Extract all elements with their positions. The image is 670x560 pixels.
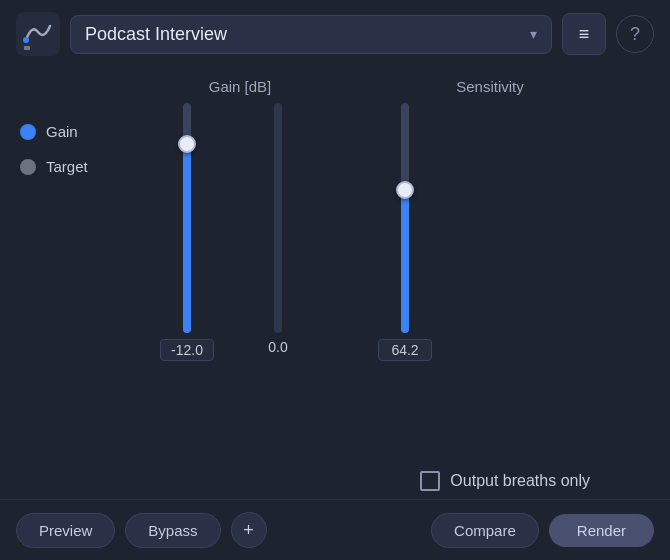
gain-slider: -12.0 xyxy=(160,103,214,361)
sliders-row: Gain Target -12.0 xyxy=(20,103,650,463)
gain-legend-label: Gain xyxy=(46,123,78,140)
target-track xyxy=(274,103,282,333)
menu-button[interactable]: ≡ xyxy=(562,13,606,55)
render-button[interactable]: Render xyxy=(549,514,654,547)
gain-section: -12.0 0.0 xyxy=(160,103,298,361)
target-value[interactable]: 0.0 xyxy=(258,339,298,355)
help-button[interactable]: ? xyxy=(616,15,654,53)
output-breaths-checkbox[interactable] xyxy=(420,471,440,491)
target-slider-track-area[interactable] xyxy=(268,103,288,333)
sensitivity-header: Sensitivity xyxy=(440,78,540,95)
logo-icon xyxy=(16,12,60,56)
target-slider: 0.0 xyxy=(258,103,298,355)
bypass-button[interactable]: Bypass xyxy=(125,513,220,548)
svg-point-1 xyxy=(23,37,29,43)
app-container: Podcast Interview ▾ ≡ ? Gain [dB] Sensit… xyxy=(0,0,670,560)
target-dot-icon xyxy=(20,159,36,175)
gain-db-header: Gain [dB] xyxy=(180,78,300,95)
checkbox-area: Output breaths only xyxy=(20,471,650,491)
sensitivity-slider-track-area[interactable] xyxy=(395,103,415,333)
preset-name: Podcast Interview xyxy=(85,24,227,45)
preset-dropdown[interactable]: Podcast Interview ▾ xyxy=(70,15,552,54)
target-legend-label: Target xyxy=(46,158,88,175)
dropdown-arrow-icon: ▾ xyxy=(530,26,537,42)
sensitivity-fill xyxy=(401,186,409,333)
svg-rect-0 xyxy=(16,12,60,56)
add-button[interactable]: + xyxy=(231,512,267,548)
gain-fill xyxy=(183,142,191,333)
sensitivity-thumb[interactable] xyxy=(396,181,414,199)
gain-value[interactable]: -12.0 xyxy=(160,339,214,361)
main-content: Gain [dB] Sensitivity Gain Target xyxy=(0,68,670,491)
gain-thumb[interactable] xyxy=(178,135,196,153)
gain-dot-icon xyxy=(20,124,36,140)
column-headers: Gain [dB] Sensitivity xyxy=(20,78,650,95)
legend: Gain Target xyxy=(20,123,120,175)
preview-button[interactable]: Preview xyxy=(16,513,115,548)
legend-gain: Gain xyxy=(20,123,120,140)
sensitivity-value[interactable]: 64.2 xyxy=(378,339,432,361)
footer: Preview Bypass + Compare Render xyxy=(0,499,670,560)
sensitivity-section: 64.2 xyxy=(378,103,432,361)
help-icon: ? xyxy=(630,24,640,45)
legend-target: Target xyxy=(20,158,120,175)
gain-slider-track-area[interactable] xyxy=(177,103,197,333)
compare-button[interactable]: Compare xyxy=(431,513,539,548)
sensitivity-slider: 64.2 xyxy=(378,103,432,361)
menu-icon: ≡ xyxy=(579,24,590,45)
output-breaths-label: Output breaths only xyxy=(450,472,590,490)
header: Podcast Interview ▾ ≡ ? xyxy=(0,0,670,68)
